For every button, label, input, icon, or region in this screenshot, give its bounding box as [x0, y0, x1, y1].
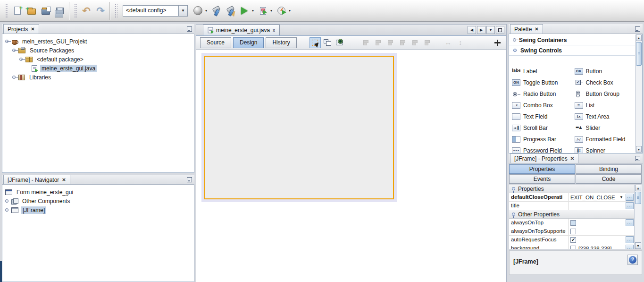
- minimize-window-icon[interactable]: [635, 26, 640, 32]
- property-value-editor[interactable]: [569, 236, 626, 244]
- scroll-tabs-right-button[interactable]: ▶: [477, 26, 485, 34]
- property-row-background[interactable]: background [238,238,238] ...: [509, 244, 634, 249]
- tab-binding[interactable]: Binding: [576, 164, 642, 174]
- palette-item-progress-bar[interactable]: Progress Bar: [510, 134, 572, 145]
- expand-handle-icon[interactable]: [5, 199, 8, 203]
- undo-button[interactable]: ↶: [79, 4, 93, 18]
- tree-item-source-packages[interactable]: Source Packages: [4, 46, 194, 55]
- checkbox-unchecked-icon[interactable]: [570, 220, 576, 226]
- scrollbar-thumb[interactable]: [636, 42, 642, 66]
- close-icon[interactable]: ✕: [62, 178, 66, 182]
- palette-item-combo-box[interactable]: ▾Combo Box: [510, 100, 572, 111]
- tab-projects[interactable]: Projects ✕: [3, 24, 39, 34]
- properties-scrollbar[interactable]: ▲ ▼: [634, 185, 642, 249]
- design-view-button[interactable]: Design: [233, 37, 264, 48]
- chevron-down-icon[interactable]: ▾: [289, 9, 291, 13]
- preview-design-button[interactable]: [334, 37, 345, 48]
- jframe-design-surface[interactable]: [204, 56, 394, 199]
- history-view-button[interactable]: History: [266, 37, 296, 48]
- profile-project-button[interactable]: [274, 4, 288, 18]
- palette-item-toggle-button[interactable]: ONToggle Button: [510, 77, 572, 88]
- tab-properties-window[interactable]: [JFrame] - Properties ✕: [510, 154, 578, 163]
- palette-item-text-area[interactable]: txText Area: [572, 111, 635, 122]
- align-right-button[interactable]: [373, 37, 384, 48]
- scroll-down-icon[interactable]: ▼: [635, 242, 641, 249]
- scroll-up-icon[interactable]: ▲: [636, 34, 642, 41]
- new-project-button[interactable]: +: [25, 4, 39, 18]
- resize-horizontal-button[interactable]: ↔: [443, 37, 454, 48]
- tree-item-libraries[interactable]: Libraries: [4, 73, 194, 82]
- property-value-editor[interactable]: [569, 202, 626, 210]
- connection-mode-button[interactable]: [322, 37, 333, 48]
- tree-item-default-package[interactable]: <default package>: [4, 55, 194, 64]
- property-row-title[interactable]: title ...: [509, 202, 634, 210]
- ellipsis-button[interactable]: ...: [626, 236, 634, 243]
- ellipsis-button[interactable]: ...: [626, 202, 634, 209]
- tab-list-dropdown-button[interactable]: ▼: [486, 26, 495, 34]
- close-icon[interactable]: ✕: [535, 27, 538, 32]
- chevron-down-icon[interactable]: ▼: [178, 5, 188, 17]
- selection-mode-button[interactable]: [309, 37, 321, 48]
- chevron-down-icon[interactable]: ▾: [205, 9, 207, 13]
- ellipsis-button[interactable]: ...: [626, 219, 634, 226]
- minimize-window-icon[interactable]: [187, 177, 192, 182]
- toolbar-grip[interactable]: [5, 4, 8, 18]
- minimize-window-icon[interactable]: [187, 26, 192, 32]
- new-file-button[interactable]: +: [10, 4, 25, 18]
- tab-properties[interactable]: Properties: [509, 164, 575, 174]
- property-value-editor[interactable]: [569, 219, 626, 227]
- property-row-autorequestfocus[interactable]: autoRequestFocus ...: [509, 236, 634, 244]
- tab-palette[interactable]: Palette ✕: [510, 24, 543, 34]
- other-properties-section-header[interactable]: Other Properties: [509, 210, 634, 219]
- palette-item-formatted-field[interactable]: /-/Formatted Field: [572, 134, 635, 145]
- collapse-handle-icon[interactable]: [19, 58, 23, 61]
- project-config-combobox[interactable]: <default config> ▼: [123, 5, 188, 17]
- expand-handle-icon[interactable]: [5, 208, 8, 212]
- properties-section-header[interactable]: Properties: [509, 185, 634, 193]
- debug-project-button[interactable]: [256, 4, 270, 18]
- palette-category-swing-containers[interactable]: Swing Containers: [509, 35, 642, 45]
- tree-item-jframe[interactable]: [JFrame]: [4, 205, 194, 214]
- toolbar-grip[interactable]: [74, 4, 77, 18]
- checkbox-checked-icon[interactable]: [570, 237, 576, 243]
- collapse-handle-icon[interactable]: [12, 49, 16, 52]
- collapse-handle-icon[interactable]: [513, 49, 517, 52]
- palette-item-label[interactable]: labelLabel: [510, 66, 572, 77]
- palette-item-slider[interactable]: ▬▲Slider: [572, 122, 635, 134]
- close-icon[interactable]: x: [273, 28, 275, 33]
- property-value-editor[interactable]: [569, 227, 634, 235]
- collapse-handle-icon[interactable]: [5, 40, 8, 43]
- ellipsis-button[interactable]: ...: [626, 245, 634, 249]
- palette-item-list[interactable]: ≡List: [572, 100, 635, 111]
- checkbox-unchecked-icon[interactable]: [570, 246, 576, 249]
- palette-category-swing-controls[interactable]: Swing Controls: [509, 45, 642, 56]
- scroll-up-icon[interactable]: ▲: [635, 185, 641, 191]
- tree-item-form[interactable]: Form meine_erste_gui: [4, 188, 194, 197]
- chevron-down-icon[interactable]: ▾: [252, 9, 254, 13]
- palette-scrollbar[interactable]: ▲ ▼: [635, 34, 642, 153]
- tab-navigator[interactable]: [JFrame] - Navigator ✕: [3, 175, 70, 184]
- palette-item-check-box[interactable]: Check Box: [572, 77, 635, 88]
- open-project-button[interactable]: [39, 4, 53, 18]
- expand-handle-icon[interactable]: [513, 38, 516, 42]
- checkbox-unchecked-icon[interactable]: [570, 229, 576, 234]
- build-project-button[interactable]: [209, 4, 223, 18]
- browser-select-button[interactable]: [191, 4, 205, 18]
- close-icon[interactable]: ✕: [570, 156, 574, 161]
- save-all-button[interactable]: [53, 4, 67, 18]
- palette-item-scroll-bar[interactable]: ◄▐Scroll Bar: [510, 122, 572, 134]
- scroll-down-icon[interactable]: ▼: [636, 146, 642, 153]
- tab-code[interactable]: Code: [576, 174, 642, 184]
- palette-item-button[interactable]: OKButton: [572, 66, 635, 77]
- align-left-button[interactable]: [360, 37, 372, 48]
- redo-button[interactable]: ↷: [93, 4, 108, 18]
- tab-events[interactable]: Events: [509, 174, 575, 184]
- tree-item-java-file[interactable]: meine_erste_gui.java: [4, 64, 194, 73]
- property-value-editor[interactable]: EXIT_ON_CLOSE ▼: [569, 193, 626, 201]
- tab-editor-file[interactable]: meine_erste_gui.java x: [203, 25, 280, 35]
- maximize-window-button[interactable]: [496, 26, 504, 34]
- close-icon[interactable]: ✕: [31, 27, 34, 32]
- collapse-handle-icon[interactable]: [512, 213, 515, 216]
- property-row-alwaysontop[interactable]: alwaysOnTop ...: [509, 219, 634, 227]
- expand-handle-icon[interactable]: [12, 76, 16, 79]
